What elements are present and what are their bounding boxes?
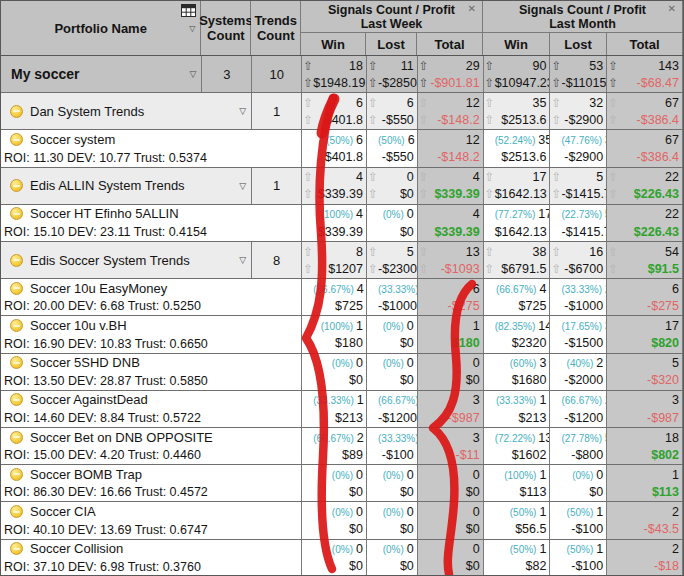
signal-cell-month-lost: ⇧(66.67%)2⇧-$1200 (550, 391, 607, 427)
signal-count: 4 (357, 282, 364, 296)
signal-cell-week-win: ⇧(0%)0⇧$0 (302, 540, 367, 576)
signal-count: 6 (672, 282, 679, 296)
collapse-toggle-icon[interactable] (10, 254, 23, 267)
portfolio-name-cell: Edis Soccer System Trends ▽ (1, 242, 252, 278)
signal-profit: -$550 (382, 113, 414, 127)
collapse-toggle-icon[interactable] (10, 319, 23, 332)
signal-count: 8 (356, 245, 363, 259)
system-row[interactable]: Soccer 10u EasyMoney ROI: 20.00 DEV: 6.6… (1, 279, 683, 316)
portfolio-group-row[interactable]: Edis Soccer System Trends ▽ 8 ⇧8⇧$1207 ⇧… (1, 242, 683, 279)
signal-count: 0 (596, 468, 603, 482)
collapse-toggle-icon[interactable] (10, 356, 23, 369)
column-header-week-total[interactable]: Total (417, 33, 483, 55)
win-percent: (47.76%) (561, 135, 602, 146)
collapse-toggle-icon[interactable] (10, 133, 23, 146)
collapse-toggle-icon[interactable] (10, 468, 23, 481)
column-header-month-lost[interactable]: Lost (550, 33, 607, 55)
collapse-toggle-icon[interactable] (10, 542, 23, 555)
up-arrow-icon: ⇧ (608, 97, 618, 109)
portfolio-name-cell: Dan System Trends ▽ (1, 93, 252, 129)
system-row[interactable]: Soccer AgainstDead ROI: 14.60 DEV: 8.84 … (1, 391, 683, 428)
signal-count: 35 (532, 96, 546, 110)
win-percent: (33.33%) (378, 433, 418, 444)
column-header-week-win[interactable]: Win (301, 33, 366, 55)
signal-count: 22 (665, 207, 679, 221)
system-row[interactable]: Soccer 5SHD DNB ROI: 13.50 DEV: 28.87 Tr… (1, 354, 683, 391)
column-header-month-win[interactable]: Win (483, 33, 550, 55)
win-percent: (50%) (510, 507, 537, 518)
signal-cell-week-win: ⇧8⇧$1207 (302, 242, 367, 278)
system-row[interactable]: Soccer CIA ROI: 40.10 DEV: 13.69 Trust: … (1, 502, 683, 539)
signal-profit: $725 (519, 299, 547, 313)
signal-profit: $213 (519, 411, 547, 425)
collapse-toggle-icon[interactable] (10, 207, 23, 220)
portfolio-sort-arrow-icon[interactable]: ▽ (189, 21, 195, 36)
signal-profit: $1680 (512, 373, 547, 387)
system-row[interactable]: Soccer BOMB Trap ROI: 86.30 DEV: 16.66 T… (1, 465, 683, 502)
signal-profit: -$2850 (378, 76, 417, 90)
calendar-grid-icon[interactable] (181, 4, 196, 17)
signal-profit: $113 (652, 485, 679, 499)
up-arrow-icon: ⇧ (608, 60, 618, 72)
system-row[interactable]: Soccer HT Efinho 5ALLIN ROI: 15.10 DEV: … (1, 205, 683, 242)
system-name: Soccer Collision (30, 541, 123, 556)
system-row[interactable]: Soccer Collision ROI: 37.10 DEV: 6.98 Tr… (1, 540, 683, 576)
system-name: Soccer system (30, 132, 115, 147)
up-arrow-icon: ⇧ (368, 77, 378, 89)
signals-title-month: Signals Count / Profit (483, 3, 682, 17)
signal-profit: $0 (400, 559, 414, 573)
system-stats: ROI: 20.00 DEV: 6.68 Trust: 0.5250 (1, 297, 301, 315)
column-header-month-total[interactable]: Total (607, 33, 683, 55)
column-header-systems-count[interactable]: Systems Count (201, 1, 251, 55)
up-arrow-icon: ⇧ (419, 188, 429, 200)
signal-cell-month-win: ⇧(60%)3⇧$1680 (484, 354, 551, 390)
collapse-toggle-icon[interactable] (10, 393, 23, 406)
row-dropdown-icon[interactable]: ▽ (235, 181, 246, 191)
signal-profit: -$800 (571, 448, 603, 462)
portfolio-group-row[interactable]: Edis ALLIN System Trends ▽ 1 ⇧4⇧$339.39 … (1, 168, 683, 205)
system-stats: ROI: 15.00 DEV: 4.20 Trust: 0.4460 (1, 446, 301, 464)
system-stats: ROI: 11.30 DEV: 10.77 Trust: 0.5374 (1, 149, 301, 167)
column-header-week-lost[interactable]: Lost (366, 33, 417, 55)
signal-count: 17 (665, 319, 679, 333)
row-dropdown-icon[interactable]: ▽ (235, 106, 246, 116)
system-row[interactable]: Soccer system ROI: 11.30 DEV: 10.77 Trus… (1, 130, 683, 167)
close-week-group-icon[interactable]: ✕ (468, 3, 476, 14)
row-dropdown-icon[interactable]: ▽ (235, 255, 246, 265)
signal-profit: -$550 (382, 150, 414, 164)
collapse-toggle-icon[interactable] (10, 505, 23, 518)
signal-cell-month-total: ⇧1⇧$113 (607, 465, 683, 501)
system-row[interactable]: Soccer Bet on DNB OPPOSITE ROI: 15.00 DE… (1, 428, 683, 465)
column-header-portfolio-name[interactable]: Portfolio Name ▽ (1, 1, 201, 55)
collapse-toggle-icon[interactable] (10, 105, 23, 118)
system-row[interactable]: Soccer 10u v.BH ROI: 16.90 DEV: 10.83 Tr… (1, 316, 683, 353)
portfolio-row[interactable]: My soccer ▽ 3 10 ⇧18⇧$1948.19 ⇧11⇧-$2850… (1, 56, 683, 93)
win-percent: (60%) (510, 358, 537, 369)
close-month-group-icon[interactable]: ✕ (668, 3, 676, 14)
signal-profit: $1642.13 (495, 187, 547, 201)
signal-count: 1 (539, 505, 546, 519)
signal-profit: $802 (651, 448, 679, 462)
signal-cell-week-win: ⇧(0%)0⇧$0 (302, 502, 367, 538)
signal-profit: $0 (400, 336, 414, 350)
signal-profit: $339.39 (434, 225, 479, 239)
up-arrow-icon: ⇧ (419, 246, 429, 258)
win-percent: (82.35%) (495, 321, 536, 332)
up-arrow-icon: ⇧ (368, 263, 378, 275)
column-header-trends-count[interactable]: Trends Count (251, 1, 301, 55)
signal-cell-month-win: ⇧(72.22%)13⇧$1602 (484, 428, 551, 464)
trends-count-value: 1 (252, 168, 302, 204)
collapse-toggle-icon[interactable] (10, 431, 23, 444)
collapse-toggle-icon[interactable] (10, 282, 23, 295)
signal-count: 38 (532, 245, 546, 259)
signal-cell-month-win: ⇧(50%)1⇧$56.5 (484, 502, 551, 538)
row-dropdown-icon[interactable]: ▽ (186, 69, 197, 79)
portfolio-name-cell: Edis ALLIN System Trends ▽ (1, 168, 252, 204)
signal-count: 17 (532, 170, 546, 184)
signal-cell-month-lost: ⇧5⇧-$1415.7 (550, 168, 607, 204)
portfolio-group-row[interactable]: Dan System Trends ▽ 1 ⇧6⇧$401.8 ⇧6⇧-$550… (1, 93, 683, 130)
signal-cell-month-lost: ⇧(47.76%)32⇧-$2900 (550, 130, 607, 166)
up-arrow-icon: ⇧ (303, 77, 313, 89)
system-name-cell: Soccer 10u EasyMoney ROI: 20.00 DEV: 6.6… (1, 279, 302, 315)
collapse-toggle-icon[interactable] (10, 179, 23, 192)
